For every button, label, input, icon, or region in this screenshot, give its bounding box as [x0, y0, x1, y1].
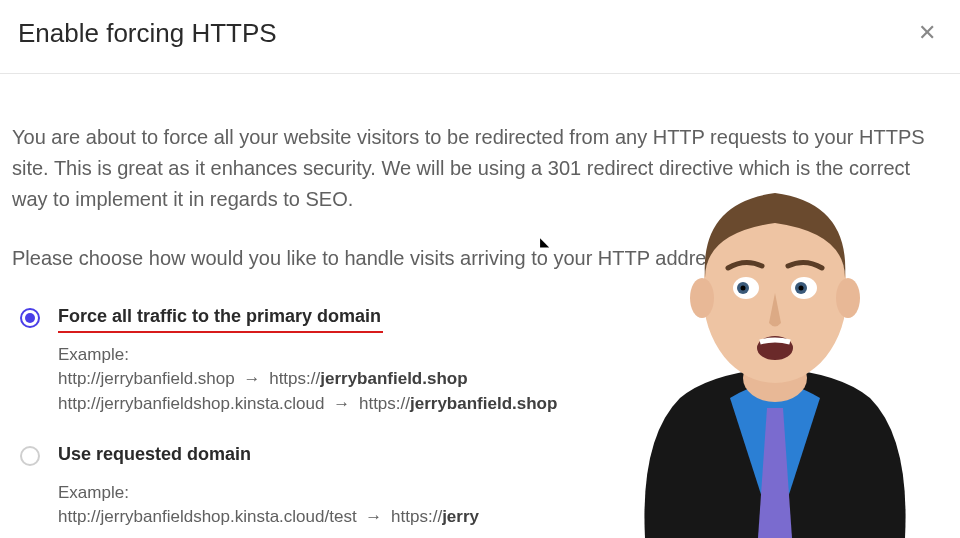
example-to-bold: jerrybanfield.shop: [410, 394, 557, 413]
description-text: You are about to force all your website …: [12, 122, 948, 215]
option-body: Use requested domain Example: http://jer…: [58, 444, 948, 530]
option-requested-domain[interactable]: Use requested domain Example: http://jer…: [12, 444, 948, 530]
dialog-content: You are about to force all your website …: [0, 74, 960, 530]
arrow-icon: →: [243, 367, 260, 392]
close-button[interactable]: ✕: [914, 18, 940, 48]
cursor-icon: ◣: [540, 235, 549, 249]
example-line-2: http://jerrybanfieldshop.kinsta.cloud → …: [58, 392, 948, 417]
example-line-1: http://jerrybanfield.shop → https://jerr…: [58, 367, 948, 392]
example-from: http://jerrybanfieldshop.kinsta.cloud/te…: [58, 507, 357, 526]
example-from: http://jerrybanfield.shop: [58, 369, 235, 388]
example-to-bold: jerry: [442, 507, 479, 526]
example-to-prefix: https://: [391, 507, 442, 526]
example-label: Example:: [58, 345, 948, 365]
option-label: Force all traffic to the primary domain: [58, 306, 381, 327]
dialog-header: Enable forcing HTTPS ✕: [0, 0, 960, 74]
radio-selected-icon[interactable]: [20, 308, 40, 328]
radio-unselected-icon[interactable]: [20, 446, 40, 466]
example-label: Example:: [58, 483, 948, 503]
example-line-1: http://jerrybanfieldshop.kinsta.cloud/te…: [58, 505, 948, 530]
example-to-prefix: https://: [269, 369, 320, 388]
arrow-icon: →: [333, 392, 350, 417]
option-force-primary[interactable]: Force all traffic to the primary domain …: [12, 306, 948, 416]
example-to-bold: jerrybanfield.shop: [320, 369, 467, 388]
example-to-prefix: https://: [359, 394, 410, 413]
example-from: http://jerrybanfieldshop.kinsta.cloud: [58, 394, 325, 413]
option-label: Use requested domain: [58, 444, 251, 465]
dialog-title: Enable forcing HTTPS: [18, 18, 277, 49]
arrow-icon: →: [365, 505, 382, 530]
option-body: Force all traffic to the primary domain …: [58, 306, 948, 416]
prompt-text: Please choose how would you like to hand…: [12, 243, 948, 274]
